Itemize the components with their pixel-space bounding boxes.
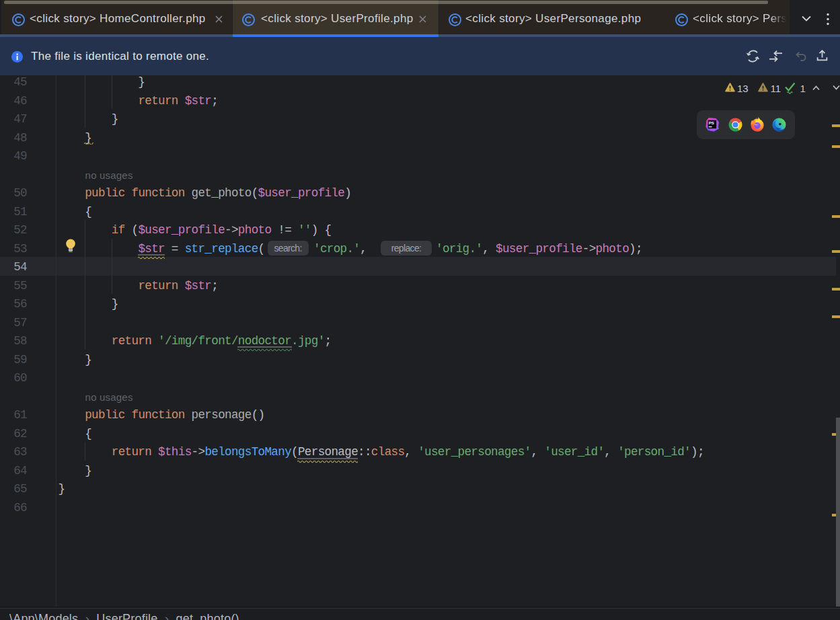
svg-text:PS: PS — [709, 120, 714, 125]
